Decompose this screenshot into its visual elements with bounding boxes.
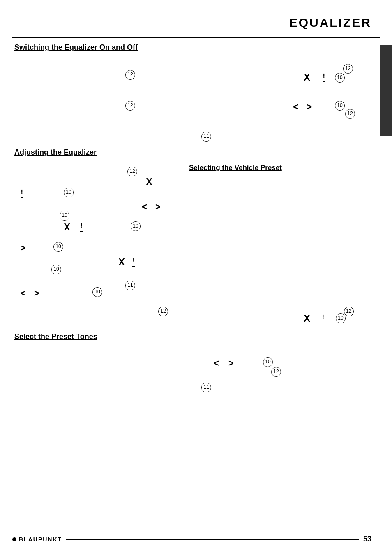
sym-y-veh1: ꜝ [322, 313, 324, 324]
circle-11-adj1: 11 [125, 281, 135, 290]
circle-12-adj1: 12 [127, 167, 137, 176]
section-heading-preset: Select the Preset Tones [14, 332, 97, 341]
sym-lt-adj6: < [21, 288, 26, 299]
circle-10-adj4: 10 [53, 242, 63, 252]
sym-arrow-down-r1: ꜝ [323, 72, 325, 83]
sym-x-adj5: 𝖷 [118, 257, 125, 268]
footer: BLAUPUNKT 53 [12, 535, 371, 543]
circle-12-s1b: 12 [343, 64, 353, 74]
circle-10-adj1: 10 [64, 188, 74, 197]
page-title: EQUALIZER [289, 16, 371, 30]
circle-12-s1d: 12 [345, 109, 355, 119]
circle-12-adj2: 12 [158, 307, 168, 316]
circle-10-adj5: 10 [51, 265, 61, 274]
section-heading-vehicle: Selecting the Vehicle Preset [189, 164, 282, 172]
sym-lt-r2: < [293, 102, 298, 112]
sym-y-adj3: ꜝ [80, 222, 83, 233]
right-sidebar-accent [380, 45, 392, 136]
footer-line [66, 539, 359, 540]
brand-name: BLAUPUNKT [19, 536, 62, 543]
sym-x-adj3: 𝖷 [64, 222, 70, 233]
sym-up-adj1: 𝖷 [146, 177, 152, 188]
sym-gt-adj2: > [155, 202, 161, 212]
sym-x-veh1: 𝖷 [304, 313, 310, 324]
circle-12-s1c: 12 [125, 101, 135, 111]
sym-gt-pres1: > [228, 358, 234, 369]
section-heading-adjust: Adjusting the Equalizer [14, 148, 97, 157]
circle-12-s1a: 12 [125, 70, 135, 80]
circle-12-veh1: 12 [344, 307, 354, 316]
circle-10-adj3: 10 [131, 221, 141, 231]
circle-10-veh1: 10 [336, 313, 346, 323]
circle-10-s1a: 10 [335, 73, 345, 83]
circle-12-pres1: 12 [271, 367, 281, 377]
circle-10-adj6: 10 [92, 287, 102, 297]
circle-11-s1: 11 [201, 132, 211, 142]
sym-y-adj1: ꜝ [21, 188, 23, 199]
brand-dot [12, 537, 16, 541]
circle-10-s1b: 10 [335, 101, 345, 111]
circle-10-adj2: 10 [60, 211, 69, 221]
sym-gt-adj4: > [21, 243, 26, 253]
circle-10-pres1: 10 [263, 357, 273, 367]
sym-lt-pres1: < [214, 358, 219, 369]
page-number: 53 [363, 535, 371, 543]
sym-y-adj5: ꜝ [132, 257, 135, 268]
circle-11-pres1: 11 [201, 383, 211, 392]
brand-logo: BLAUPUNKT [12, 536, 62, 543]
sym-lt-adj2: < [142, 202, 147, 212]
sym-arrow-up-r1: 𝖷 [304, 72, 310, 83]
sym-gt-adj6: > [34, 288, 39, 299]
sym-gt-r2: > [307, 102, 312, 112]
section-heading-switch: Switching the Equalizer On and Off [14, 43, 142, 52]
top-border [12, 37, 380, 38]
